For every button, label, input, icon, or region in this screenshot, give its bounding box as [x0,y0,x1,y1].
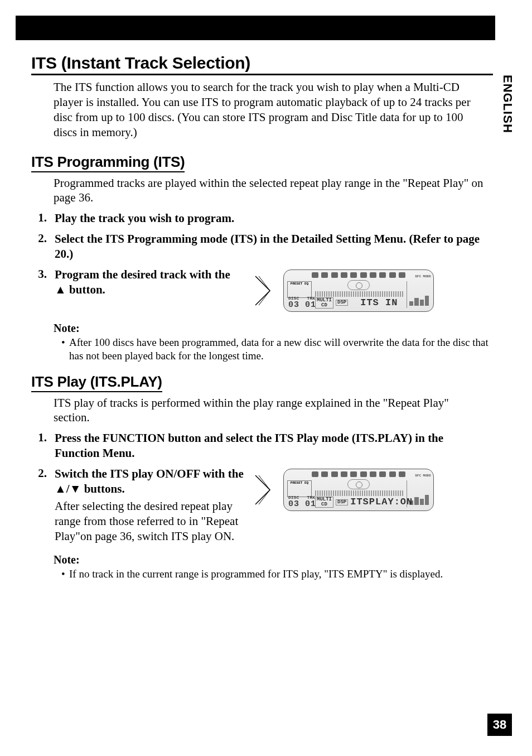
step-number: 1. [31,431,47,461]
mode-badge: MULTICD [315,297,333,309]
lcd-main-text: ITSPLAY:ON [350,496,413,508]
page-number: 38 [487,714,512,736]
down-triangle-icon: ▼ [70,482,81,495]
up-triangle-icon: ▲ [55,283,66,296]
note-block-prog: Note: After 100 discs have been programm… [54,322,490,363]
lcd-display-itsplay-on: PRESET EQ SFC MODE DISC TRK 03 01 [283,469,434,511]
language-tab: ENGLISH [499,68,516,139]
disc-track-readout: DISC TRK 03 01 [288,495,316,508]
step-text: Switch the ITS play ON/OFF with the ▲/▼ … [55,466,244,497]
its-programming-steps: 1. Play the track you wish to program. 2… [31,211,490,312]
section-title-its: ITS (Instant Track Selection) [31,54,493,75]
subheading-its-play: ITS Play (ITS.PLAY) [31,373,162,392]
intro-text: The ITS function allows you to search fo… [54,80,485,140]
step-number: 1. [31,211,47,226]
its-play-steps: 1. Press the FUNCTION button and select … [31,431,490,543]
sfc-mode-box: SFC MODE [407,281,431,308]
its-play-body: ITS play of tracks is performed within t… [54,396,485,426]
its-programming-text: Programmed tracks are played within the … [54,176,485,206]
note-block-play: Note: If no track in the current range i… [54,553,490,581]
disc-track-readout: DISC TRK 03 01 [288,296,316,309]
mode-badge: MULTICD [315,497,333,508]
step-number: 2. [31,466,47,543]
pointer-icon [253,275,272,306]
up-triangle-icon: ▲ [55,482,66,495]
note-label: Note: [54,553,490,566]
step-text: Press the FUNCTION button and select the… [55,431,490,461]
dsp-badge: DSP [336,300,348,306]
step-subtext: After selecting the desired repeat play … [55,499,244,544]
its-play-text: ITS play of tracks is performed within t… [54,396,485,426]
pointer-icon [253,474,272,505]
step-text: Program the desired track with the ▲ but… [55,267,244,297]
dsp-badge: DSP [336,499,348,505]
lcd-main-text: ITS IN [360,297,398,309]
subheading-its-programming: ITS Programming (ITS) [31,153,185,172]
note-item: If no track in the current range is prog… [61,567,490,581]
step-text: Play the track you wish to program. [55,211,490,226]
intro-paragraph: The ITS function allows you to search fo… [54,80,485,140]
step-number: 2. [31,232,47,262]
step-number: 3. [31,267,47,312]
lcd-display-its-in: PRESET EQ SFC MODE DISC TRK 03 01 [283,269,434,312]
note-label: Note: [54,322,490,335]
note-item: After 100 discs have been programmed, da… [61,336,490,363]
header-black-bar [16,16,495,40]
step-text: Select the ITS Programming mode (ITS) in… [55,232,490,262]
its-programming-body: Programmed tracks are played within the … [54,176,485,206]
language-tab-label: ENGLISH [500,75,515,133]
